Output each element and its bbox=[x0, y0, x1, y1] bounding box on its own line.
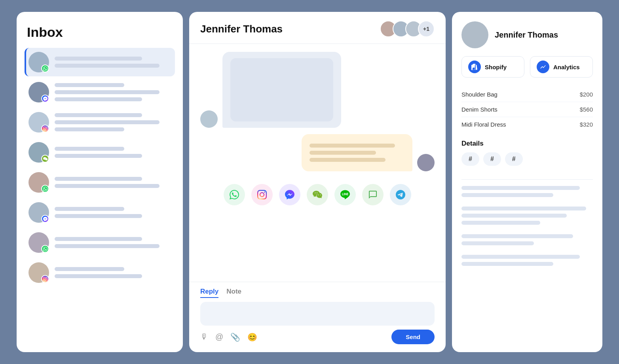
note-line bbox=[461, 221, 540, 225]
analytics-button[interactable]: Analytics bbox=[530, 56, 593, 78]
inbox-list bbox=[25, 48, 175, 287]
message-text-lines bbox=[310, 140, 404, 165]
mention-icon[interactable]: @ bbox=[215, 332, 223, 341]
text-line bbox=[310, 151, 376, 155]
channel-wechat-button[interactable] bbox=[307, 184, 328, 205]
sender-avatar bbox=[417, 154, 435, 171]
instagram-badge-icon bbox=[41, 125, 49, 133]
message-preview bbox=[55, 147, 171, 158]
note-line bbox=[461, 207, 586, 210]
contact-panel: Jennifer Thomas Shopify Analytics Should… bbox=[452, 12, 602, 352]
whatsapp-badge-icon bbox=[41, 245, 49, 253]
list-item[interactable] bbox=[25, 258, 175, 287]
order-price: $200 bbox=[580, 91, 593, 98]
message-line bbox=[55, 120, 159, 124]
participant-count-badge: +1 bbox=[418, 21, 435, 37]
list-item[interactable] bbox=[25, 108, 175, 136]
integration-buttons: Shopify Analytics bbox=[461, 56, 593, 78]
sender-name-line bbox=[55, 207, 124, 211]
list-item[interactable] bbox=[25, 198, 175, 227]
list-item[interactable] bbox=[25, 138, 175, 167]
analytics-label: Analytics bbox=[553, 64, 580, 70]
avatar-wrap bbox=[28, 142, 49, 163]
tag-badge[interactable]: # bbox=[483, 152, 501, 166]
tab-reply[interactable]: Reply bbox=[200, 288, 218, 298]
avatar-wrap bbox=[28, 232, 49, 253]
channel-sms-button[interactable] bbox=[362, 184, 384, 205]
tag-badge[interactable]: # bbox=[461, 152, 479, 166]
sender-name-line bbox=[55, 83, 124, 87]
shopify-icon bbox=[468, 61, 481, 73]
tag-badge[interactable]: # bbox=[505, 152, 523, 166]
message-row-received bbox=[200, 52, 435, 128]
reply-action-icons: 🎙 @ 📎 😊 bbox=[200, 332, 257, 342]
message-row-sent bbox=[200, 134, 435, 171]
text-line bbox=[310, 144, 395, 148]
emoji-icon[interactable]: 😊 bbox=[247, 332, 257, 342]
list-item[interactable] bbox=[25, 78, 175, 106]
sender-name-line bbox=[55, 147, 124, 151]
avatar-wrap bbox=[28, 52, 49, 72]
order-item: Shoulder Bag $200 bbox=[461, 87, 593, 102]
send-button[interactable]: Send bbox=[391, 330, 435, 344]
reply-input[interactable] bbox=[200, 302, 435, 326]
channel-selector bbox=[200, 178, 435, 212]
channel-telegram-button[interactable] bbox=[390, 184, 411, 205]
order-name: Shoulder Bag bbox=[461, 91, 497, 98]
message-bubble-sent bbox=[302, 134, 412, 171]
divider bbox=[461, 179, 593, 180]
chat-panel: Jennifer Thomas +1 bbox=[189, 12, 446, 352]
messenger-badge-icon bbox=[41, 215, 49, 223]
chat-header: Jennifer Thomas +1 bbox=[189, 12, 446, 44]
notes-section bbox=[461, 186, 593, 266]
sender-avatar bbox=[200, 110, 218, 128]
message-preview bbox=[55, 207, 171, 218]
message-preview bbox=[55, 113, 171, 131]
message-preview bbox=[55, 177, 171, 188]
chat-messages bbox=[189, 44, 446, 282]
chat-contact-name: Jennifer Thomas bbox=[200, 23, 283, 35]
attachment-icon[interactable]: 📎 bbox=[230, 332, 240, 342]
participant-avatars: +1 bbox=[380, 21, 435, 37]
note-line bbox=[461, 241, 534, 245]
message-line bbox=[55, 244, 159, 248]
channel-instagram-button[interactable] bbox=[251, 184, 273, 205]
tab-note[interactable]: Note bbox=[226, 288, 241, 298]
order-price: $320 bbox=[580, 121, 593, 128]
sender-name-line bbox=[55, 57, 142, 61]
sender-name-line bbox=[55, 113, 142, 117]
contact-header: Jennifer Thomas bbox=[461, 21, 593, 48]
message-line bbox=[55, 184, 159, 188]
channel-messenger-button[interactable] bbox=[279, 184, 300, 205]
avatar-wrap bbox=[28, 262, 49, 283]
whatsapp-badge-icon bbox=[41, 185, 49, 193]
list-item[interactable] bbox=[25, 48, 175, 76]
message-line-2 bbox=[55, 127, 124, 131]
note-line bbox=[461, 214, 567, 218]
microphone-icon[interactable]: 🎙 bbox=[200, 332, 208, 341]
sender-name-line bbox=[55, 267, 124, 271]
list-item[interactable] bbox=[25, 168, 175, 197]
inbox-panel: Inbox bbox=[17, 12, 183, 352]
channel-line-button[interactable] bbox=[334, 184, 356, 205]
message-line bbox=[55, 154, 142, 158]
message-preview bbox=[55, 83, 171, 101]
order-item: Denim Shorts $560 bbox=[461, 102, 593, 117]
order-name: Denim Shorts bbox=[461, 106, 497, 113]
wechat-badge-icon bbox=[41, 155, 49, 163]
whatsapp-badge-icon bbox=[41, 64, 49, 72]
shopify-button[interactable]: Shopify bbox=[461, 56, 524, 78]
message-preview bbox=[55, 237, 171, 248]
order-price: $560 bbox=[580, 106, 593, 113]
chat-footer: Reply Note 🎙 @ 📎 😊 Send bbox=[189, 282, 446, 352]
contact-name: Jennifer Thomas bbox=[495, 30, 558, 40]
reply-tabs: Reply Note bbox=[200, 282, 435, 302]
details-section: Details # # # bbox=[461, 140, 593, 166]
message-line bbox=[55, 214, 142, 218]
channel-whatsapp-button[interactable] bbox=[224, 184, 245, 205]
tag-row: # # # bbox=[461, 152, 593, 166]
note-line bbox=[461, 262, 553, 266]
message-bubble-received bbox=[222, 52, 341, 128]
message-line bbox=[55, 64, 159, 68]
list-item[interactable] bbox=[25, 228, 175, 257]
